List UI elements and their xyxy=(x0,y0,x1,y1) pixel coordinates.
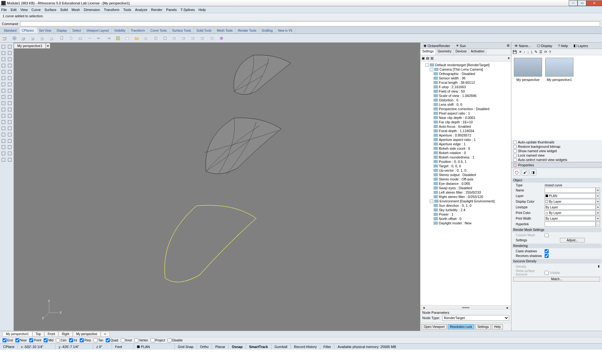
menu-view[interactable]: View xyxy=(20,8,28,12)
tree-node[interactable]: Bokeh roundedness : 1 xyxy=(421,155,510,159)
node-type-select[interactable]: RenderTarget xyxy=(442,315,509,321)
status-cplane[interactable]: CPlane xyxy=(0,344,18,350)
globe-icon[interactable] xyxy=(11,35,18,41)
menu-transform[interactable]: Transform xyxy=(104,8,120,12)
text-icon[interactable] xyxy=(1,126,6,131)
menu-render[interactable]: Render xyxy=(151,8,162,12)
tree-node[interactable]: Orthographic : Disabled xyxy=(421,72,510,76)
tooltab-solid-tools[interactable]: Solid Tools xyxy=(194,27,214,34)
status-filter[interactable]: Filter xyxy=(320,344,334,350)
tree-node[interactable]: Eye distance : 0.065 xyxy=(421,181,510,186)
resolution-lock-button[interactable]: Resolution Lock xyxy=(448,324,474,329)
command-input[interactable] xyxy=(20,21,600,26)
refresh-icon[interactable]: ⟳ xyxy=(544,50,547,54)
curve-icon[interactable] xyxy=(1,82,6,87)
octane-subtab-geometry[interactable]: Geometry xyxy=(436,49,454,55)
tab-layers[interactable]: ◧ Layers xyxy=(572,43,590,48)
tree-node[interactable]: Aperture edge : 1 xyxy=(421,142,510,146)
layer-icon[interactable] xyxy=(1,157,6,163)
bool-flyout-icon[interactable] xyxy=(7,138,13,144)
tree-node[interactable]: Stereo output : Disabled xyxy=(421,173,510,177)
tooltab-visibility[interactable]: Visibility xyxy=(112,27,128,34)
tab-sun[interactable]: ☀Sun xyxy=(454,43,468,48)
tree-node[interactable]: Aperture : 0.8928572 xyxy=(421,133,510,137)
status-planar[interactable]: Planar xyxy=(212,344,229,350)
menu-edit[interactable]: Edit xyxy=(11,8,17,12)
scroll-left-icon[interactable]: ◂ xyxy=(423,306,425,309)
option-show-named-view-widget[interactable]: Show named view widget xyxy=(511,149,602,153)
world-top-icon[interactable] xyxy=(143,35,149,41)
minimize-button[interactable]: ─ xyxy=(569,0,578,6)
cplane-3pt-icon[interactable] xyxy=(49,35,55,41)
tooltab-viewport-layout[interactable]: Viewport Layout xyxy=(84,27,112,34)
tree-node[interactable]: Focal length : 38.60112 xyxy=(421,80,510,85)
pts-icon[interactable] xyxy=(1,132,6,137)
tree-node[interactable]: Stereo mode : Off-axis xyxy=(421,177,510,181)
menu-help[interactable]: Help xyxy=(199,8,206,12)
tooltab-new-in-v5[interactable]: New in V5 xyxy=(275,27,295,34)
thumb-my-perspective1[interactable]: My perspective1 xyxy=(545,58,573,82)
undo-icon[interactable] xyxy=(96,35,102,41)
option-auto-update-thumbnails[interactable]: Auto-update thumbnails xyxy=(511,140,602,144)
tab-help[interactable]: ? Help xyxy=(556,44,570,48)
tree-node[interactable]: Power : 1 xyxy=(421,212,510,217)
tree-node[interactable]: Aperture aspect ratio : 1 xyxy=(421,137,510,142)
save-cplane-icon[interactable] xyxy=(115,35,121,41)
cplane-surf-icon[interactable] xyxy=(87,35,93,41)
tree-node[interactable]: Lens shift : 0, 0 xyxy=(421,102,510,107)
close-button[interactable]: ✕ xyxy=(586,0,602,6)
osnap-disable[interactable]: Disable xyxy=(168,338,183,342)
tree-node[interactable]: Up-vector : 0, 1, 0 xyxy=(421,168,510,173)
osnap-end[interactable]: End xyxy=(3,338,13,342)
osnap-near[interactable]: Near xyxy=(15,338,27,342)
tree-node[interactable]: Daylight model : New xyxy=(421,221,510,225)
array-flyout-icon[interactable] xyxy=(7,144,13,150)
tooltab-set-view[interactable]: Set View xyxy=(36,27,54,34)
tree-node[interactable]: Left stereo filter : 255/0/233 xyxy=(421,190,510,195)
tree-node[interactable]: Sun direction : 0, 1, 0 xyxy=(421,203,510,208)
status-units[interactable]: Feet xyxy=(112,344,134,350)
tree-node[interactable]: Auto-focus : Enabled xyxy=(421,124,510,129)
surf-icon[interactable] xyxy=(1,88,6,94)
save-view-icon[interactable]: 💾 xyxy=(513,50,517,54)
menu-t-splines[interactable]: T-Splines xyxy=(180,8,195,12)
cplane-prev-icon[interactable] xyxy=(181,35,187,41)
list-icon[interactable]: ☰ xyxy=(539,50,542,54)
tooltab-drafting[interactable]: Drafting xyxy=(259,27,275,34)
status-ortho[interactable]: Ortho xyxy=(197,344,212,350)
mesh-icon[interactable] xyxy=(1,100,6,106)
help2-icon[interactable]: ? xyxy=(549,50,551,54)
tooltab-mesh-tools[interactable]: Mesh Tools xyxy=(214,27,235,34)
osnap-int[interactable]: Int xyxy=(69,338,77,342)
cplane-obj-icon[interactable] xyxy=(77,35,83,41)
osnap-mid[interactable]: Mid xyxy=(44,338,53,342)
cplane-view-icon[interactable] xyxy=(171,35,178,41)
settings-button[interactable]: Settings xyxy=(475,324,491,329)
osnap-cen[interactable]: Cen xyxy=(56,338,66,342)
cplane-vert-icon[interactable] xyxy=(58,35,65,41)
world-right-icon[interactable] xyxy=(152,35,159,41)
gear-icon[interactable]: ⚙ xyxy=(507,44,510,48)
menu-curve[interactable]: Curve xyxy=(31,8,40,12)
tree-menu-icon[interactable]: ▾ xyxy=(508,56,510,60)
tooltab-select[interactable]: Select xyxy=(70,27,84,34)
viewtab-top[interactable]: Top xyxy=(32,331,44,337)
surf-flyout-icon[interactable] xyxy=(7,88,13,94)
option-lock-named-view[interactable]: Lock named view xyxy=(511,153,602,158)
arc-flyout-icon[interactable] xyxy=(7,69,13,75)
arrow-flyout-icon[interactable] xyxy=(7,44,13,50)
menu-panels[interactable]: Panels xyxy=(166,8,177,12)
casts-shadows-check[interactable] xyxy=(545,249,549,253)
open-viewport-button[interactable]: Open Viewport xyxy=(422,324,447,329)
polyline-icon[interactable] xyxy=(1,56,6,62)
custom-mesh-check[interactable] xyxy=(545,233,549,237)
tree-node[interactable]: -Camera [Thin Lens Camera] xyxy=(421,67,510,72)
bool-icon[interactable] xyxy=(1,138,6,144)
polyline-flyout-icon[interactable] xyxy=(7,56,13,62)
tab-display[interactable]: 🖵 Display xyxy=(535,44,554,48)
circle-flyout-icon[interactable] xyxy=(7,63,13,68)
viewport-menu-arrow[interactable]: ▾ xyxy=(46,43,50,49)
cplane-origin-icon[interactable] xyxy=(21,35,27,41)
text-flyout-icon[interactable] xyxy=(7,126,13,131)
arrow-icon[interactable] xyxy=(1,44,6,50)
